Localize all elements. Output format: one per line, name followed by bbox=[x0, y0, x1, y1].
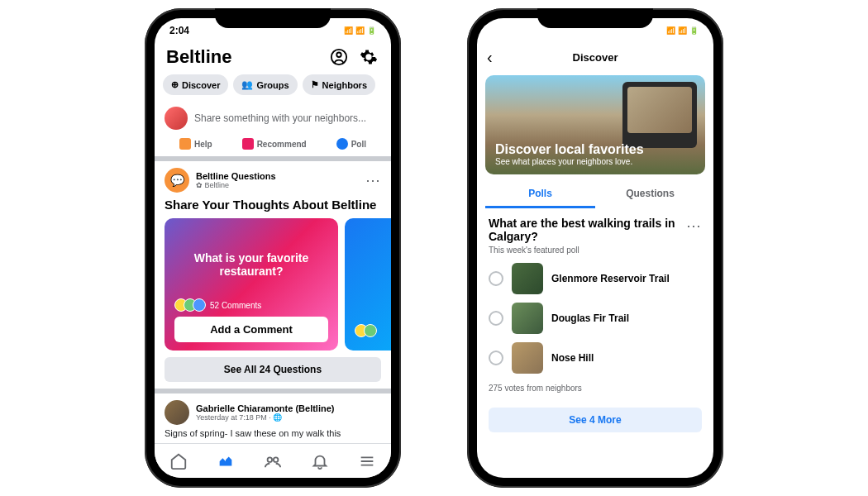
radio-icon[interactable] bbox=[489, 311, 503, 326]
card-question: What is your favorite restaurant? bbox=[174, 230, 328, 298]
discover-tabs: Polls Questions bbox=[485, 181, 705, 208]
questions-avatar-icon: 💬 bbox=[165, 168, 189, 193]
wifi-icon: 📶 bbox=[355, 26, 365, 35]
groups-icon: 👥 bbox=[241, 79, 253, 90]
svg-point-1 bbox=[336, 53, 341, 58]
avatars-stack bbox=[355, 324, 377, 337]
option-image bbox=[512, 342, 543, 374]
option-label: Nose Hill bbox=[551, 352, 594, 364]
filter-chips: ⊕ Discover 👥 Groups ⚑ Neighbors bbox=[155, 74, 391, 102]
card-question: Whe bbox=[355, 230, 391, 324]
poll-option[interactable]: Nose Hill bbox=[489, 342, 702, 374]
comments-count: 52 Comments bbox=[210, 301, 261, 310]
mirror-graphic bbox=[622, 82, 697, 148]
chip-discover[interactable]: ⊕ Discover bbox=[163, 74, 228, 95]
battery-icon: 🔋 bbox=[367, 26, 376, 35]
questions-post-header: 💬 Beltline Questions ✿ Beltline ⋯ bbox=[155, 161, 391, 196]
recommend-icon bbox=[242, 138, 254, 150]
notch bbox=[537, 8, 653, 28]
tab-polls[interactable]: Polls bbox=[485, 181, 595, 208]
compass-icon: ⊕ bbox=[171, 79, 179, 90]
svg-point-3 bbox=[274, 457, 279, 462]
profile-icon[interactable] bbox=[328, 46, 350, 68]
chip-label: Neighbors bbox=[322, 80, 367, 90]
post-sublabel: ✿ Beltline bbox=[196, 181, 359, 189]
feed-timestamp: Yesterday at 7:18 PM · 🌐 bbox=[196, 413, 334, 422]
option-image bbox=[512, 303, 543, 334]
status-indicators: 📶 📶 🔋 bbox=[344, 26, 376, 35]
feed-post-header: Gabrielle Chiaramonte (Beltline) Yesterd… bbox=[165, 400, 381, 425]
post-author: Beltline Questions bbox=[196, 171, 359, 181]
tab-home-icon[interactable] bbox=[169, 452, 188, 470]
tab-questions[interactable]: Questions bbox=[595, 181, 705, 208]
avatars-stack bbox=[174, 298, 206, 312]
see-all-questions-button[interactable]: See All 24 Questions bbox=[165, 357, 381, 382]
screen-right: 📶 📶 🔋 ‹ Discover Discover local favorite… bbox=[477, 18, 713, 478]
feed-avatar bbox=[165, 400, 189, 425]
post-meta: Beltline Questions ✿ Beltline bbox=[196, 171, 359, 189]
tab-groups-icon[interactable] bbox=[264, 452, 282, 470]
see-more-button[interactable]: See 4 More bbox=[489, 408, 702, 432]
wifi-icon: 📶 bbox=[678, 26, 687, 35]
header: Beltline bbox=[155, 43, 391, 74]
card-comments-row bbox=[355, 324, 391, 337]
tab-neighborhood-icon[interactable] bbox=[217, 452, 235, 470]
chip-label: Groups bbox=[256, 80, 289, 90]
composer-actions: Help Recommend Poll bbox=[155, 135, 391, 161]
hero-banner[interactable]: Discover local favorites See what places… bbox=[485, 75, 705, 174]
tab-menu-icon[interactable] bbox=[358, 452, 376, 470]
feed-post[interactable]: Gabrielle Chiaramonte (Beltline) Yesterd… bbox=[155, 393, 391, 445]
chip-neighbors[interactable]: ⚑ Neighbors bbox=[303, 74, 375, 95]
composer[interactable]: Share something with your neighbors... bbox=[155, 102, 391, 135]
notch bbox=[215, 8, 331, 28]
screen-left: 2:04 📶 📶 🔋 Beltline ⊕ Discover bbox=[155, 18, 391, 478]
card-comments-row: 52 Comments bbox=[174, 298, 328, 312]
gear-icon[interactable] bbox=[358, 46, 379, 68]
featured-poll: What are the best walking trails in Calg… bbox=[477, 208, 713, 401]
status-indicators: 📶 📶 🔋 bbox=[666, 26, 699, 35]
header-icons bbox=[328, 46, 379, 68]
bottom-tabbar bbox=[155, 443, 391, 478]
poll-icon bbox=[336, 138, 348, 150]
svg-point-2 bbox=[268, 457, 273, 462]
action-label: Poll bbox=[351, 140, 366, 149]
radio-icon[interactable] bbox=[489, 351, 503, 365]
discover-header: ‹ Discover bbox=[477, 43, 713, 75]
composer-input[interactable]: Share something with your neighbors... bbox=[194, 112, 381, 124]
more-icon[interactable]: ⋯ bbox=[686, 217, 702, 243]
radio-icon[interactable] bbox=[489, 271, 503, 286]
phone-left: 2:04 📶 📶 🔋 Beltline ⊕ Discover bbox=[145, 8, 401, 488]
poll-subtitle: This week's featured poll bbox=[489, 246, 702, 255]
poll-option[interactable]: Douglas Fir Trail bbox=[489, 303, 702, 334]
action-label: Help bbox=[194, 140, 212, 149]
flag-icon: ⚑ bbox=[311, 79, 319, 90]
action-label: Recommend bbox=[257, 140, 307, 149]
action-recommend[interactable]: Recommend bbox=[242, 138, 307, 150]
question-card[interactable]: Whe bbox=[345, 218, 391, 351]
back-button[interactable]: ‹ bbox=[487, 48, 503, 67]
feed-author: Gabrielle Chiaramonte (Beltline) bbox=[196, 403, 334, 413]
tab-notifications-icon[interactable] bbox=[311, 452, 329, 470]
hero-subtitle: See what places your neighbors love. bbox=[495, 157, 695, 166]
chip-groups[interactable]: 👥 Groups bbox=[233, 74, 297, 95]
option-label: Douglas Fir Trail bbox=[551, 312, 629, 324]
question-cards[interactable]: What is your favorite restaurant? 52 Com… bbox=[155, 218, 391, 351]
hero-title: Discover local favorites bbox=[495, 142, 695, 157]
add-comment-button[interactable]: Add a Comment bbox=[174, 317, 328, 342]
action-help[interactable]: Help bbox=[179, 138, 212, 150]
feed-text: Signs of spring- I saw these on my walk … bbox=[165, 425, 381, 438]
questions-title: Share Your Thoughts About Beltline bbox=[155, 196, 391, 218]
signal-icon: 📶 bbox=[344, 26, 353, 35]
option-image bbox=[512, 263, 543, 294]
action-poll[interactable]: Poll bbox=[336, 138, 366, 150]
question-card[interactable]: What is your favorite restaurant? 52 Com… bbox=[165, 218, 338, 351]
status-time: 2:04 bbox=[169, 25, 189, 36]
more-icon[interactable]: ⋯ bbox=[365, 171, 381, 189]
poll-options: Glenmore Reservoir Trail Douglas Fir Tra… bbox=[489, 263, 702, 374]
poll-option[interactable]: Glenmore Reservoir Trail bbox=[489, 263, 702, 294]
battery-icon: 🔋 bbox=[689, 26, 699, 35]
chip-label: Discover bbox=[182, 80, 220, 90]
help-icon bbox=[179, 138, 191, 150]
votes-count: 275 votes from neighbors bbox=[489, 384, 702, 393]
phone-right: 📶 📶 🔋 ‹ Discover Discover local favorite… bbox=[467, 8, 723, 488]
